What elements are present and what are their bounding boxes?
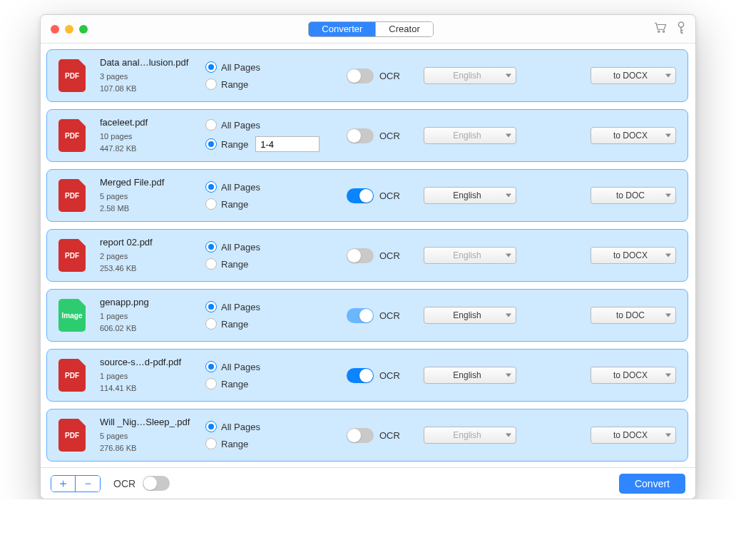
minimize-icon[interactable] <box>65 25 73 34</box>
file-row[interactable]: Imagegenapp.png1 pages606.02 KBAll Pages… <box>46 289 688 342</box>
close-icon[interactable] <box>51 25 59 34</box>
ocr-master-label: OCR <box>113 478 136 489</box>
radio-range[interactable] <box>205 78 217 90</box>
language-select[interactable]: English <box>424 307 516 324</box>
page-selection: All PagesRange <box>205 301 341 330</box>
pdf-file-icon: PDF <box>58 239 86 272</box>
tab-converter[interactable]: Converter <box>309 22 376 36</box>
ocr-master-switch[interactable] <box>143 476 170 491</box>
file-row[interactable]: PDFfaceleet.pdf10 pages447.82 KBAll Page… <box>46 109 688 162</box>
language-select[interactable]: English <box>424 67 516 84</box>
file-info: report 02.pdf2 pages253.46 KB <box>100 237 200 274</box>
format-select[interactable]: to DOCX <box>591 67 676 84</box>
range-label: Range <box>221 439 248 449</box>
range-label: Range <box>221 139 248 150</box>
format-cell: to DOCX <box>522 67 676 84</box>
format-select[interactable]: to DOCX <box>591 247 676 264</box>
remove-file-button[interactable]: － <box>76 476 100 492</box>
all-pages-label: All Pages <box>221 242 260 253</box>
file-info: Data anal…lusion.pdf3 pages107.08 KB <box>100 57 200 94</box>
range-input[interactable] <box>255 136 320 152</box>
file-size: 2.58 MB <box>100 203 200 215</box>
pdf-file-icon: PDF <box>58 359 86 392</box>
ocr-label: OCR <box>379 131 400 141</box>
file-name: source-s…d-pdf.pdf <box>100 357 200 367</box>
range-label: Range <box>221 379 248 390</box>
radio-all-pages[interactable] <box>205 61 217 73</box>
format-select[interactable]: to DOC <box>591 307 676 324</box>
format-select[interactable]: to DOCX <box>591 127 676 144</box>
all-pages-label: All Pages <box>221 62 260 73</box>
format-select[interactable]: to DOCX <box>591 427 676 444</box>
file-list[interactable]: PDFData anal…lusion.pdf3 pages107.08 KBA… <box>41 44 695 467</box>
file-info: source-s…d-pdf.pdf1 pages114.41 KB <box>100 357 200 394</box>
file-info: faceleet.pdf10 pages447.82 KB <box>100 117 200 154</box>
mode-segmented-control: Converter Creator <box>308 21 433 37</box>
ocr-cell: OCR <box>347 248 418 263</box>
format-cell: to DOCX <box>522 247 676 264</box>
format-select[interactable]: to DOCX <box>591 367 676 384</box>
format-cell: to DOCX <box>522 427 676 444</box>
page-selection: All PagesRange <box>205 119 341 152</box>
zoom-icon[interactable] <box>79 25 88 34</box>
file-name: report 02.pdf <box>100 237 200 248</box>
radio-all-pages[interactable] <box>205 301 217 312</box>
ocr-switch[interactable] <box>347 248 374 263</box>
add-file-button[interactable]: ＋ <box>51 476 76 492</box>
ocr-switch[interactable] <box>347 128 374 143</box>
file-name: Data anal…lusion.pdf <box>100 57 200 68</box>
radio-range[interactable] <box>205 138 217 150</box>
radio-range[interactable] <box>205 198 217 210</box>
format-cell: to DOCX <box>522 127 676 144</box>
radio-range[interactable] <box>205 378 217 390</box>
radio-all-pages[interactable] <box>205 181 217 193</box>
content-area: PDFData anal…lusion.pdf3 pages107.08 KBA… <box>41 44 695 467</box>
language-select[interactable]: English <box>424 367 516 384</box>
radio-range[interactable] <box>205 258 217 270</box>
ocr-switch[interactable] <box>347 68 374 83</box>
file-pages: 3 pages <box>100 71 200 83</box>
file-row[interactable]: PDFsource-s…d-pdf.pdf1 pages114.41 KBAll… <box>46 349 688 402</box>
ocr-switch[interactable] <box>347 308 374 323</box>
cart-icon[interactable] <box>654 22 667 36</box>
radio-all-pages[interactable] <box>205 119 217 131</box>
ocr-switch[interactable] <box>347 368 374 383</box>
radio-all-pages[interactable] <box>205 241 217 253</box>
language-select[interactable]: English <box>424 247 516 264</box>
file-name: genapp.png <box>100 297 200 307</box>
file-pages: 1 pages <box>100 310 200 322</box>
pdf-file-icon: PDF <box>58 419 86 452</box>
file-row[interactable]: PDFreport 02.pdf2 pages253.46 KBAll Page… <box>46 229 688 282</box>
language-select[interactable]: English <box>424 127 516 144</box>
file-size: 114.41 KB <box>100 382 200 394</box>
all-pages-label: All Pages <box>221 302 260 312</box>
language-select[interactable]: English <box>424 187 516 204</box>
all-pages-label: All Pages <box>221 120 260 131</box>
page-selection: All PagesRange <box>205 61 341 90</box>
all-pages-label: All Pages <box>221 182 260 193</box>
ocr-label: OCR <box>379 310 400 321</box>
format-cell: to DOC <box>522 307 676 324</box>
language-select[interactable]: English <box>424 427 516 444</box>
ocr-label: OCR <box>379 370 400 381</box>
ocr-switch[interactable] <box>347 188 374 203</box>
radio-range[interactable] <box>205 318 217 330</box>
window-controls <box>51 25 88 34</box>
image-file-icon: Image <box>58 299 86 332</box>
radio-all-pages[interactable] <box>205 361 217 372</box>
ocr-switch[interactable] <box>347 428 374 443</box>
file-size: 107.08 KB <box>100 83 200 95</box>
radio-range[interactable] <box>205 438 217 449</box>
pdf-file-icon: PDF <box>58 59 86 92</box>
file-pages: 1 pages <box>100 370 200 382</box>
convert-button[interactable]: Convert <box>619 474 685 494</box>
key-icon[interactable] <box>677 21 685 36</box>
radio-all-pages[interactable] <box>205 421 217 432</box>
file-row[interactable]: PDFWill _Nig…Sleep_.pdf5 pages276.86 KBA… <box>46 409 688 462</box>
file-pages: 2 pages <box>100 250 200 263</box>
tab-creator[interactable]: Creator <box>376 22 432 36</box>
ocr-cell: OCR <box>347 428 418 443</box>
file-row[interactable]: PDFData anal…lusion.pdf3 pages107.08 KBA… <box>46 49 688 102</box>
format-select[interactable]: to DOC <box>591 187 676 204</box>
file-row[interactable]: PDFMerged File.pdf5 pages2.58 MBAll Page… <box>46 169 688 222</box>
